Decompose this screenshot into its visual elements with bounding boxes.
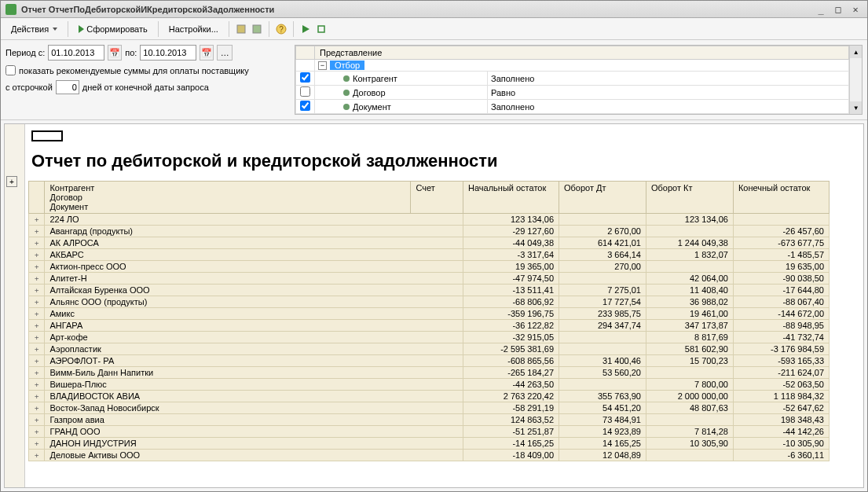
cell-name: АЭРОФЛОТ- РА xyxy=(45,355,463,367)
cell-name: ВЛАДИВОСТОК АВИА xyxy=(45,391,463,402)
cell-start: -29 127,60 xyxy=(463,226,559,237)
svg-marker-4 xyxy=(302,25,309,33)
export-icon[interactable] xyxy=(314,22,328,36)
expand-all-button[interactable]: + xyxy=(6,176,17,187)
settings-button[interactable]: Настройки... xyxy=(163,22,224,36)
selection-table: Представление −ОтборКонтрагентЗаполненоД… xyxy=(295,46,849,114)
cell-start: -44 263,50 xyxy=(463,379,559,391)
help-icon[interactable]: ? xyxy=(274,22,288,36)
expand-row-button[interactable]: + xyxy=(29,320,45,332)
cell-dt: 31 400,46 xyxy=(559,355,646,367)
scroll-down-icon[interactable]: ▼ xyxy=(850,101,862,114)
table-row[interactable]: +Авангард (продукты)-29 127,602 670,00-2… xyxy=(29,226,830,237)
table-row[interactable]: +Деловые Активы ООО-18 409,0012 048,89-6… xyxy=(29,450,830,461)
actions-menu[interactable]: Действия xyxy=(5,22,63,36)
expand-row-button[interactable]: + xyxy=(29,249,45,261)
expand-row-button[interactable]: + xyxy=(29,214,45,226)
expand-row-button[interactable]: + xyxy=(29,414,45,426)
close-button[interactable]: ✕ xyxy=(848,3,863,16)
expand-row-button[interactable]: + xyxy=(29,450,45,461)
table-row[interactable]: +Вимм-Биль Данн Напитки-265 184,2753 560… xyxy=(29,367,830,379)
table-row[interactable]: +Газпром авиа124 863,5273 484,91198 348,… xyxy=(29,414,830,426)
table-row[interactable]: +Амикс-359 196,75233 985,7519 461,00-144… xyxy=(29,308,830,320)
table-row[interactable]: +Арт-кофе-32 915,058 817,69-41 732,74 xyxy=(29,332,830,343)
run-icon[interactable] xyxy=(298,22,313,36)
expand-row-button[interactable]: + xyxy=(29,285,45,296)
selection-root[interactable]: Отбор xyxy=(330,61,364,70)
expand-row-button[interactable]: + xyxy=(29,296,45,308)
table-row[interactable]: +Актион-пресс ООО19 365,00270,0019 635,0… xyxy=(29,261,830,273)
selection-panel: Представление −ОтборКонтрагентЗаполненоД… xyxy=(295,45,863,115)
days-input[interactable] xyxy=(56,80,79,94)
cell-name: Арт-кофе xyxy=(45,332,463,343)
table-row[interactable]: +ВЛАДИВОСТОК АВИА2 763 220,42355 763,902… xyxy=(29,391,830,402)
date-to-input[interactable] xyxy=(140,45,196,61)
table-row[interactable]: +Аэропластик-2 595 381,69581 602,90-3 17… xyxy=(29,343,830,355)
cell-start: -51 251,87 xyxy=(463,426,559,438)
cell-start: -2 595 381,69 xyxy=(463,343,559,355)
cell-end: -1 485,57 xyxy=(733,249,829,261)
expand-row-button[interactable]: + xyxy=(29,402,45,414)
cell-end: -144 672,00 xyxy=(733,308,829,320)
table-row[interactable]: +Альянс ООО (продукты)-68 806,9217 727,5… xyxy=(29,296,830,308)
cell-dt: 614 421,01 xyxy=(559,237,646,249)
cell-dt: 14 165,25 xyxy=(559,438,646,450)
expand-row-button[interactable]: + xyxy=(29,226,45,237)
cell-dt xyxy=(559,273,646,285)
expand-row-button[interactable]: + xyxy=(29,332,45,343)
date-from-input[interactable] xyxy=(48,45,104,61)
filter-icon[interactable] xyxy=(234,22,248,36)
selection-row-checkbox[interactable] xyxy=(300,72,310,83)
table-row[interactable]: +224 ЛО123 134,06123 134,06 xyxy=(29,214,830,226)
table-row[interactable]: +Восток-Запад Новосибирск-58 291,1954 45… xyxy=(29,402,830,414)
expand-row-button[interactable]: + xyxy=(29,237,45,249)
cell-kt xyxy=(646,367,733,379)
expand-row-button[interactable]: + xyxy=(29,379,45,391)
col-account: Счет xyxy=(411,182,463,214)
form-button[interactable]: Сформировать xyxy=(73,22,153,36)
table-row[interactable]: +Алитет-Н-47 974,5042 064,00-90 038,50 xyxy=(29,273,830,285)
table-row[interactable]: +АЭРОФЛОТ- РА-608 865,5631 400,4615 700,… xyxy=(29,355,830,367)
cell-end: -88 948,95 xyxy=(733,320,829,332)
table-row[interactable]: +Вишера-Плюс-44 263,507 800,00-52 063,50 xyxy=(29,379,830,391)
report-area[interactable]: + Отчет по дебиторской и кредиторской за… xyxy=(4,123,864,488)
cell-dt xyxy=(559,343,646,355)
date-to-picker[interactable]: 📅 xyxy=(200,45,214,61)
table-row[interactable]: +АКБАРС-3 317,643 664,141 832,07-1 485,5… xyxy=(29,249,830,261)
show-recommended-checkbox[interactable] xyxy=(5,65,16,75)
selection-row-checkbox[interactable] xyxy=(300,101,310,111)
table-row[interactable]: +ДАНОН ИНДУСТРИЯ-14 165,2514 165,2510 30… xyxy=(29,438,830,450)
selection-row-name[interactable]: Документ xyxy=(353,102,391,112)
table-row[interactable]: +Алтайская Буренка ООО-13 511,417 275,01… xyxy=(29,285,830,296)
table-row[interactable]: +ГРАНД ООО-51 251,8714 923,897 814,28-44… xyxy=(29,426,830,438)
expand-row-button[interactable]: + xyxy=(29,391,45,402)
selection-row-name[interactable]: Договор xyxy=(353,88,386,97)
expand-row-button[interactable]: + xyxy=(29,438,45,450)
expand-row-button[interactable]: + xyxy=(29,355,45,367)
selection-row-checkbox[interactable] xyxy=(300,86,310,97)
bullet-icon xyxy=(343,90,350,96)
cell-kt: 42 064,00 xyxy=(646,273,733,285)
date-from-picker[interactable]: 📅 xyxy=(108,45,122,61)
expand-row-button[interactable]: + xyxy=(29,343,45,355)
maximize-button[interactable]: □ xyxy=(831,3,845,16)
scroll-up-icon[interactable]: ▲ xyxy=(850,46,862,58)
cell-name: АК АЛРОСА xyxy=(45,237,463,249)
table-row[interactable]: +АНГАРА-36 122,82294 347,74347 173,87-88… xyxy=(29,320,830,332)
expand-row-button[interactable]: + xyxy=(29,308,45,320)
expand-row-button[interactable]: + xyxy=(29,426,45,438)
expand-row-button[interactable]: + xyxy=(29,367,45,379)
tree-collapse-icon[interactable]: − xyxy=(318,61,327,70)
period-to-label: по: xyxy=(125,48,137,57)
config-icon[interactable] xyxy=(250,22,264,36)
period-ellipsis[interactable]: … xyxy=(217,45,233,61)
selection-scrollbar[interactable]: ▲ ▼ xyxy=(849,46,862,114)
selection-row-name[interactable]: Контрагент xyxy=(353,74,397,83)
cell-start: -18 409,00 xyxy=(463,450,559,461)
col-document: Документ xyxy=(49,202,88,211)
expand-row-button[interactable]: + xyxy=(29,273,45,285)
table-row[interactable]: +АК АЛРОСА-44 049,38614 421,011 244 049,… xyxy=(29,237,830,249)
cell-start: -265 184,27 xyxy=(463,367,559,379)
minimize-button[interactable]: _ xyxy=(814,3,828,16)
expand-row-button[interactable]: + xyxy=(29,261,45,273)
